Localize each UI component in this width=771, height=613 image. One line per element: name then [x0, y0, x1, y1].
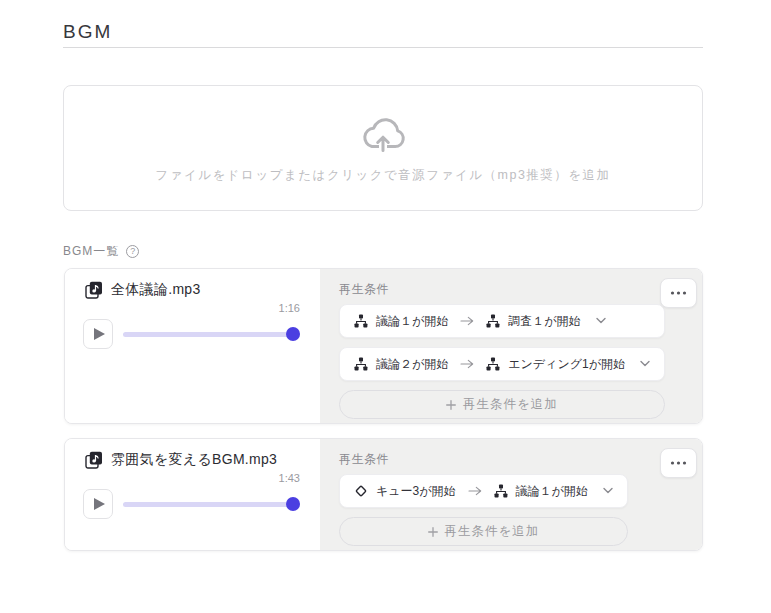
add-condition-label: 再生条件を追加 — [445, 523, 540, 540]
file-dropzone[interactable]: ファイルをドロップまたはクリックで音源ファイル（mp3推奨）を追加 — [63, 85, 703, 211]
condition-to-label: 調査１が開始 — [508, 313, 580, 330]
play-icon — [94, 498, 105, 510]
add-condition-button[interactable]: 再生条件を追加 — [339, 390, 665, 419]
slider-track — [123, 332, 300, 337]
player-panel: 雰囲気を変えるBGM.mp3 1:43 — [65, 439, 320, 550]
player-panel: 全体議論.mp3 1:16 — [65, 269, 320, 423]
plus-icon — [428, 527, 438, 537]
sitemap-icon — [486, 357, 500, 371]
condition-chip[interactable]: 議論１が開始 調査１が開始 — [339, 304, 665, 338]
cloud-upload-icon — [359, 115, 407, 155]
slider-track — [123, 502, 300, 507]
duration-label: 1:16 — [83, 302, 300, 315]
conditions-panel: 再生条件 キュー3が開始 議論１が開始 再生条件を追加 — [320, 439, 702, 550]
bgm-list-label: BGM一覧 — [63, 243, 119, 260]
sitemap-icon — [354, 357, 368, 371]
more-options-button[interactable] — [660, 448, 697, 478]
condition-chip[interactable]: キュー3が開始 議論１が開始 — [339, 474, 628, 508]
filename-label: 雰囲気を変えるBGM.mp3 — [111, 451, 277, 469]
conditions-panel: 再生条件 議論１が開始 調査１が開始 議論２が開始 エンディング1が開始 — [320, 269, 702, 423]
bgm-item-row: 雰囲気を変えるBGM.mp3 1:43 再生条件 キュー3が開始 — [64, 438, 703, 551]
condition-from-label: キュー3が開始 — [376, 483, 456, 500]
play-button[interactable] — [83, 319, 113, 349]
play-button[interactable] — [83, 489, 113, 519]
add-condition-label: 再生条件を追加 — [463, 396, 558, 413]
dropzone-hint: ファイルをドロップまたはクリックで音源ファイル（mp3推奨）を追加 — [155, 167, 610, 184]
chevron-down-icon — [596, 317, 606, 325]
conditions-label: 再生条件 — [339, 281, 702, 295]
slider-thumb[interactable] — [286, 497, 300, 511]
chevron-down-icon — [603, 487, 613, 495]
more-options-button[interactable] — [660, 278, 697, 308]
ellipsis-icon — [670, 291, 687, 295]
diamond-icon — [354, 484, 368, 498]
arrow-right-icon — [468, 486, 482, 496]
page-title: BGM — [63, 21, 112, 43]
condition-from-label: 議論２が開始 — [376, 356, 448, 373]
add-condition-button[interactable]: 再生条件を追加 — [339, 517, 628, 546]
ellipsis-icon — [670, 461, 687, 465]
filename-label: 全体議論.mp3 — [111, 281, 201, 299]
conditions-label: 再生条件 — [339, 451, 702, 465]
condition-to-label: 議論１が開始 — [516, 483, 588, 500]
condition-chip[interactable]: 議論２が開始 エンディング1が開始 — [339, 347, 665, 381]
arrow-right-icon — [460, 316, 474, 326]
condition-to-label: エンディング1が開始 — [508, 356, 625, 373]
bgm-item-row: 全体議論.mp3 1:16 再生条件 議論１が開始 — [64, 268, 703, 424]
seek-slider[interactable] — [123, 497, 300, 511]
bgm-settings-page: BGM ファイルをドロップまたはクリックで音源ファイル（mp3推奨）を追加 BG… — [0, 0, 771, 613]
bgm-list-header: BGM一覧 ? — [63, 243, 139, 260]
sitemap-icon — [486, 314, 500, 328]
sitemap-icon — [354, 314, 368, 328]
duration-label: 1:43 — [83, 472, 300, 485]
seek-slider[interactable] — [123, 327, 300, 341]
sitemap-icon — [494, 484, 508, 498]
arrow-right-icon — [460, 359, 474, 369]
chevron-down-icon — [640, 360, 650, 368]
question-icon[interactable]: ? — [126, 245, 139, 258]
music-file-icon — [85, 451, 103, 469]
play-icon — [94, 328, 105, 340]
condition-from-label: 議論１が開始 — [376, 313, 448, 330]
slider-thumb[interactable] — [286, 327, 300, 341]
plus-icon — [446, 400, 456, 410]
title-divider — [63, 47, 703, 48]
music-file-icon — [85, 281, 103, 299]
